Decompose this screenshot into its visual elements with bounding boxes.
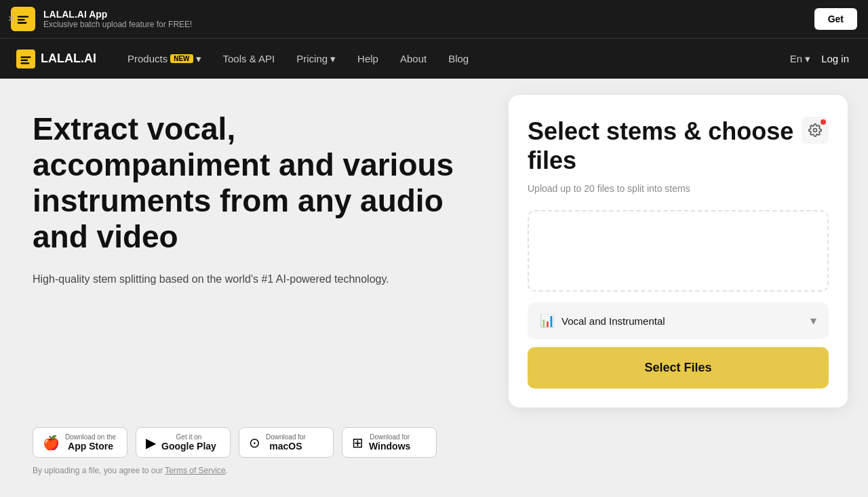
app-banner: × LALAL.AI App Exclusive batch upload fe…	[0, 0, 868, 38]
svg-rect-0	[18, 16, 29, 17]
nav-item-pricing[interactable]: Pricing ▾	[287, 47, 345, 71]
svg-rect-5	[21, 62, 30, 64]
chevron-down-icon-pricing: ▾	[330, 53, 336, 65]
windows-large-label: Windows	[369, 441, 410, 452]
svg-point-6	[814, 129, 817, 132]
nav-tools-label: Tools & API	[223, 53, 275, 64]
nav-help-label: Help	[357, 53, 378, 64]
navbar-right: En ▾ Log in	[790, 47, 852, 70]
nav-item-products[interactable]: Products NEW ▾	[118, 47, 211, 71]
banner-app-subtitle: Exclusive batch upload feature for FREE!	[43, 20, 814, 29]
banner-app-name: LALAL.AI App	[43, 9, 814, 20]
terms-prefix: By uploading a file, you agree to our	[33, 466, 165, 475]
windows-small-label: Download for	[369, 433, 410, 441]
googleplay-button[interactable]: ▶ Get it on Google Play	[136, 427, 231, 458]
macos-button[interactable]: ⊙ Download for macOS	[239, 427, 334, 458]
hero-subtitle: High-quality stem splitting based on the…	[33, 271, 456, 287]
banner-close-button[interactable]: ×	[5, 10, 17, 28]
windows-icon: ⊞	[352, 435, 363, 451]
right-panel: Select stems & choose files Upload up to…	[488, 79, 868, 497]
googleplay-icon: ▶	[146, 435, 156, 451]
svg-rect-4	[21, 59, 28, 60]
download-section: 🍎 Download on the App Store ▶ Get it on …	[33, 427, 456, 475]
card-subtitle: Upload up to 20 files to split into stem…	[528, 183, 829, 194]
select-files-button[interactable]: Select Files	[528, 347, 829, 389]
nav-pricing-label: Pricing	[296, 53, 328, 64]
language-label: En	[790, 53, 802, 64]
upload-drop-area[interactable]	[528, 210, 829, 292]
macos-small-label: Download for	[266, 433, 306, 441]
chevron-down-icon-stem: ▾	[810, 313, 816, 328]
stem-icon: 📊	[540, 313, 555, 328]
windows-button[interactable]: ⊞ Download for Windows	[342, 427, 437, 458]
appstore-large-label: App Store	[65, 441, 116, 452]
left-panel: Extract vocal, accompaniment and various…	[0, 79, 488, 497]
svg-rect-1	[18, 19, 25, 20]
googleplay-small-label: Get it on	[161, 433, 216, 441]
banner-get-button[interactable]: Get	[814, 8, 857, 30]
banner-text-block: LALAL.AI App Exclusive batch upload feat…	[43, 9, 814, 29]
upload-card: Select stems & choose files Upload up to…	[509, 95, 848, 407]
googleplay-large-label: Google Play	[161, 441, 216, 452]
terms-text: By uploading a file, you agree to our Te…	[33, 466, 456, 475]
nav-item-help[interactable]: Help	[348, 47, 388, 70]
svg-rect-2	[18, 22, 27, 24]
chevron-down-icon: ▾	[196, 53, 201, 65]
apple-icon: 🍎	[43, 435, 60, 451]
settings-button[interactable]	[802, 117, 829, 144]
nav-item-blog[interactable]: Blog	[439, 47, 478, 70]
macos-large-label: macOS	[266, 441, 306, 452]
nav-item-tools[interactable]: Tools & API	[214, 47, 285, 70]
nav-item-about[interactable]: About	[391, 47, 436, 70]
card-title: Select stems & choose files	[528, 117, 802, 175]
navbar: LALAL.AI Products NEW ▾ Tools & API Pric…	[0, 38, 868, 79]
nav-blog-label: Blog	[448, 53, 469, 64]
language-selector[interactable]: En ▾	[790, 53, 810, 65]
svg-rect-3	[21, 56, 31, 58]
nav-products-label: Products	[127, 53, 167, 64]
download-buttons: 🍎 Download on the App Store ▶ Get it on …	[33, 427, 456, 458]
settings-dot	[821, 119, 826, 125]
navbar-nav: Products NEW ▾ Tools & API Pricing ▾ Hel…	[118, 47, 790, 71]
appstore-button[interactable]: 🍎 Download on the App Store	[33, 427, 127, 458]
navbar-logo[interactable]: LALAL.AI	[16, 49, 96, 68]
logo-icon	[16, 49, 35, 68]
hero-title: Extract vocal, accompaniment and various…	[33, 111, 456, 255]
login-button[interactable]: Log in	[818, 47, 852, 70]
stem-selector-left: 📊 Vocal and Instrumental	[540, 313, 665, 328]
hero-section: Extract vocal, accompaniment and various…	[33, 111, 456, 309]
card-header: Select stems & choose files	[528, 117, 829, 175]
main-content: Extract vocal, accompaniment and various…	[0, 79, 868, 497]
terms-of-service-link[interactable]: Terms of Service	[165, 466, 225, 475]
chevron-down-icon-lang: ▾	[805, 53, 810, 65]
stem-option-label: Vocal and Instrumental	[561, 315, 665, 327]
nav-products-badge: NEW	[170, 54, 193, 63]
macos-icon: ⊙	[249, 435, 260, 451]
nav-about-label: About	[400, 53, 427, 64]
appstore-small-label: Download on the	[65, 433, 116, 441]
terms-suffix: .	[226, 466, 228, 475]
logo-text: LALAL.AI	[41, 52, 96, 66]
stem-selector[interactable]: 📊 Vocal and Instrumental ▾	[528, 302, 829, 339]
